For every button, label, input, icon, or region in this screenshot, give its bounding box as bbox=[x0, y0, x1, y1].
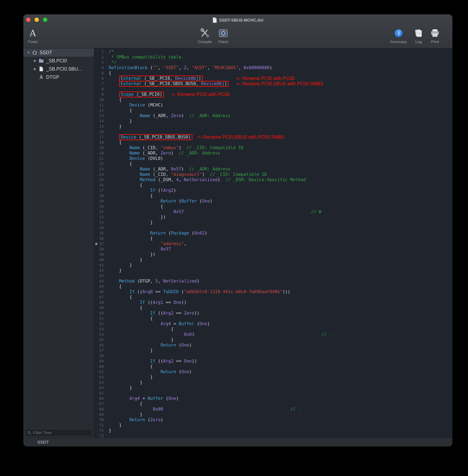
code-token: One bbox=[202, 199, 210, 204]
code-token: ( bbox=[176, 343, 181, 348]
code-text: } bbox=[107, 118, 132, 124]
code-editor[interactable]: 1/*2 * SMBus compatibility table.3 */4De… bbox=[94, 48, 453, 438]
code-text: } bbox=[107, 380, 142, 385]
toolbar-item-summary[interactable]: i Summary bbox=[390, 27, 407, 44]
sidebar-item-sb-pci0[interactable]: ▶_SB.PCI0 bbox=[23, 57, 94, 65]
code-token: Arg2 bbox=[163, 311, 174, 315]
code-token: == bbox=[174, 359, 184, 364]
code-line: 33 } bbox=[94, 220, 453, 225]
code-line: 26 { bbox=[94, 182, 453, 188]
code-token: Device bbox=[129, 103, 145, 107]
code-token: { bbox=[109, 140, 122, 145]
folder-icon bbox=[38, 59, 45, 63]
code-line: 15 } bbox=[94, 124, 453, 129]
code-token: (_ADR, bbox=[150, 113, 171, 118]
code-token: ) bbox=[174, 188, 176, 193]
code-token bbox=[109, 167, 140, 172]
code-text: { bbox=[107, 401, 142, 406]
code-token: Device bbox=[129, 156, 145, 161]
code-token: { bbox=[109, 71, 111, 75]
code-token: NotSerialized bbox=[163, 279, 197, 283]
code-token: 2 bbox=[184, 65, 187, 70]
code-token: Device bbox=[121, 134, 136, 139]
code-token: , bbox=[238, 65, 243, 70]
code-token: ( bbox=[176, 369, 181, 374]
code-token: Arg4 bbox=[161, 321, 171, 326]
disclosure-triangle[interactable]: ▼ bbox=[26, 51, 31, 54]
code-token: Zero bbox=[161, 151, 171, 156]
line-number: 6 bbox=[94, 76, 107, 81]
code-text: "address", bbox=[107, 241, 186, 246]
line-number: 17 bbox=[94, 134, 107, 140]
code-token: (_DSM, bbox=[155, 177, 176, 182]
code-token: // _CID: Compatible ID bbox=[186, 145, 243, 150]
code-token: , bbox=[158, 65, 163, 70]
code-text: } bbox=[107, 385, 132, 390]
code-text: Name (_CID, "diagsvault") // _CID: Compa… bbox=[107, 172, 267, 177]
line-number: 8 bbox=[94, 86, 107, 92]
toolbar-item-log[interactable]: Log bbox=[414, 27, 423, 44]
code-token: Name bbox=[129, 145, 140, 150]
search-icon bbox=[27, 431, 31, 435]
code-text: } bbox=[107, 348, 153, 353]
code-token: ToUUID bbox=[163, 289, 179, 294]
code-token bbox=[109, 92, 119, 97]
toolbar-item-print[interactable]: Print bbox=[430, 27, 440, 44]
code-token bbox=[109, 172, 140, 177]
line-number: 31 bbox=[94, 209, 107, 214]
toolbar-item-fonts[interactable]: A Fonts bbox=[28, 27, 38, 44]
code-text: Return (Buffer (One) bbox=[107, 198, 212, 204]
code-token: } bbox=[109, 412, 142, 417]
code-line: 32 }) bbox=[94, 214, 453, 220]
disclosure-triangle[interactable]: ▶ bbox=[32, 59, 38, 63]
line-number: 50 bbox=[94, 311, 107, 316]
toolbar-item-compile[interactable]: Compile bbox=[198, 27, 212, 44]
code-line: 49 { bbox=[94, 305, 453, 311]
code-line: 61 Return (One) bbox=[94, 369, 453, 374]
code-text: } bbox=[107, 428, 111, 433]
code-text: If (!Arg2) bbox=[107, 188, 176, 193]
code-token: ) bbox=[210, 199, 212, 204]
toolbar-item-patch[interactable]: Patch bbox=[219, 27, 228, 44]
code-token bbox=[109, 188, 150, 193]
line-number: 7 bbox=[94, 81, 107, 86]
sidebar-item-ssdt[interactable]: ▼SSDT bbox=[23, 48, 94, 57]
line-number: 64 bbox=[94, 385, 107, 390]
sidebar-item-sb-pci0-sbu[interactable]: ▶_SB.PCI0.SBU... bbox=[23, 65, 94, 73]
code-token: } bbox=[109, 375, 153, 380]
sidebar-item-dtgp[interactable]: DTGP bbox=[23, 73, 94, 81]
code-token: Name bbox=[129, 151, 140, 156]
code-text: } bbox=[107, 412, 142, 417]
filter-tree-input[interactable] bbox=[25, 429, 92, 436]
code-token: Scope bbox=[121, 92, 134, 97]
code-text: { bbox=[107, 327, 174, 332]
code-text: Device (DVL0) bbox=[107, 156, 163, 161]
code-line: 22 { bbox=[94, 161, 453, 166]
code-text: { bbox=[107, 140, 122, 145]
code-token: { bbox=[109, 284, 122, 289]
code-token: External bbox=[121, 81, 142, 86]
line-number: 53 bbox=[94, 327, 107, 332]
line-number: 56 bbox=[94, 342, 107, 348]
code-token: (_CID, bbox=[150, 172, 171, 177]
code-token: , bbox=[184, 241, 187, 246]
disclosure-triangle[interactable]: ▶ bbox=[32, 67, 38, 71]
code-token: , bbox=[186, 65, 191, 70]
code-line: 24 Name (_CID, "diagsvault") // _CID: Co… bbox=[94, 172, 453, 177]
code-token: NotSerialized bbox=[184, 177, 218, 182]
code-token bbox=[192, 135, 197, 140]
code-token bbox=[109, 343, 161, 348]
code-token: Package bbox=[171, 231, 189, 236]
line-number: 30 bbox=[94, 204, 107, 209]
tree-item-label: _SB.PCI0.SBU... bbox=[46, 66, 82, 72]
line-number: 69 bbox=[94, 412, 107, 417]
code-line: 8 bbox=[94, 86, 453, 92]
line-number: 65 bbox=[94, 390, 107, 396]
code-text: * SMBus compatibility table. bbox=[107, 54, 184, 60]
line-number: 21 bbox=[94, 156, 107, 161]
code-text: 0x57 // W bbox=[107, 209, 321, 214]
rename-annotation: <- Rename PCI0.SBUS with PC00.SMBS bbox=[197, 134, 284, 140]
code-token: (_SB.PCI0.SBUS.BUS0) bbox=[136, 134, 191, 139]
code-token: ) bbox=[181, 113, 189, 118]
code-token bbox=[109, 177, 140, 182]
